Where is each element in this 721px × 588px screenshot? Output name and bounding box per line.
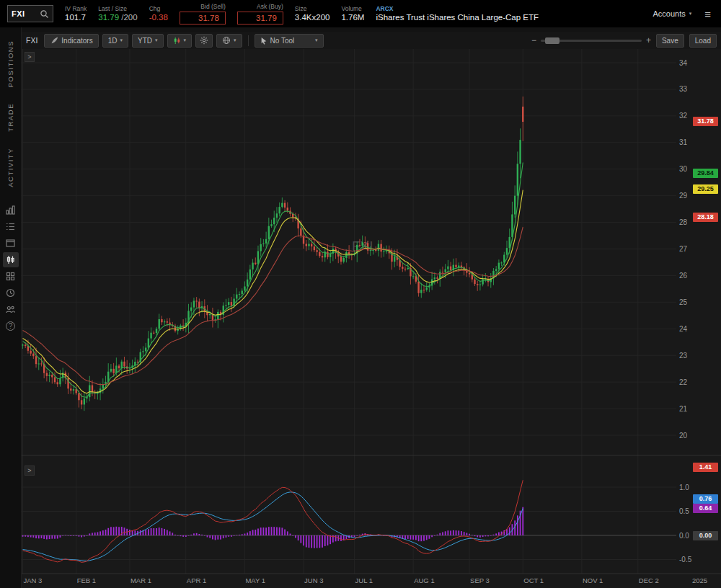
chart-settings-button[interactable] [195,34,213,48]
ask-field: Ask (Buy) 31.79 [237,3,283,24]
load-button[interactable]: Load [689,34,717,48]
chart-type-dropdown[interactable]: ▾ [167,34,193,48]
left-sidebar: POSITIONS TRADE ACTIVITY ? [0,27,22,588]
svg-text:JUN 3: JUN 3 [304,576,323,584]
sidebar-tab-trade[interactable]: TRADE [6,103,14,132]
iv-rank-label: IV Rank [65,5,87,13]
people-icon[interactable] [3,302,19,317]
bar-chart-icon[interactable] [3,202,19,218]
bid-button[interactable]: 31.78 [180,12,226,24]
svg-text:AUG 1: AUG 1 [414,576,435,584]
price-chart[interactable]: FXI2021222324252627282930313233341.00.50… [22,49,721,588]
cursor-icon [260,37,267,45]
indicators-button[interactable]: Indicators [44,34,98,48]
svg-text:2025: 2025 [692,576,707,584]
volume-field: Volume 1.76M [341,5,364,23]
svg-text:SEP 3: SEP 3 [470,576,490,584]
lower-panel-expander[interactable]: > [25,466,35,476]
zoom-slider[interactable]: − + [531,35,651,45]
price-axis-label: 22 [679,378,688,386]
chevron-down-icon: ▾ [689,11,692,17]
price-axis-label: 32 [679,112,688,120]
svg-text:0.5: 0.5 [679,507,689,515]
svg-text:MAY 1: MAY 1 [245,576,265,584]
svg-text:FEB 1: FEB 1 [77,576,96,584]
symbol-search-box[interactable]: FXI [7,5,53,22]
bid-field: Bid (Sell) 31.78 [180,3,226,24]
zoom-in-icon[interactable]: + [646,35,651,45]
iv-rank-value: 101.7 [65,12,87,22]
volume-value: 1.76M [341,12,364,22]
macd-value-tag: 1.41 [693,463,718,472]
macd-value-tag: 0.00 [693,531,718,540]
volume-label: Volume [341,5,364,13]
sidebar-tab-activity[interactable]: ACTIVITY [6,148,14,187]
last-price-tag: 31.78 [693,117,718,126]
menu-icon[interactable]: ≡ [704,8,711,20]
accounts-dropdown[interactable]: Accounts ▾ [653,9,691,18]
price-axis-label: 20 [679,432,688,440]
bid-label: Bid (Sell) [180,3,226,11]
clock-icon[interactable] [3,285,19,300]
last-size-label: Last / Size [98,5,137,13]
exchange-code: ARCX [376,5,539,13]
compare-dropdown[interactable]: ▾ [216,34,242,48]
zoom-slider-track[interactable] [541,40,642,42]
accounts-label: Accounts [653,9,685,18]
macd-value-tag: 0.64 [693,504,718,513]
price-axis-label: 24 [679,325,688,333]
svg-text:1.0: 1.0 [679,484,689,491]
chg-value: -0.38 [149,12,168,22]
price-axis-label: 25 [679,298,688,306]
watchlist-icon[interactable] [3,219,19,234]
chart-toolbar: FXI Indicators 1D ▾ YTD ▾ ▾ ▾ No Tool ▾ … [22,32,721,49]
tool-dropdown[interactable]: No Tool ▾ [255,34,324,48]
candle-chart-icon[interactable] [3,252,19,267]
feather-icon [50,36,58,45]
instrument-field: ARCX iShares Trust iShares China Large-C… [376,5,539,23]
sidebar-tab-positions[interactable]: POSITIONS [6,40,14,87]
ma-price-tag: 29.25 [693,184,718,194]
grid-icon[interactable] [3,269,19,284]
chevron-down-icon: ▾ [155,37,158,43]
help-icon[interactable]: ? [3,318,19,334]
timeframe-dropdown[interactable]: 1D ▾ [102,34,128,48]
macd-value-tag: 0.76 [693,494,718,504]
size-field: Size 3.4Kx200 [295,5,330,23]
svg-text:APR 1: APR 1 [187,576,206,584]
chevron-down-icon: ▾ [184,37,187,43]
price-axis-label: 23 [679,352,688,360]
window-icon[interactable] [3,236,19,251]
zoom-out-icon[interactable]: − [531,35,536,45]
price-axis-label: 34 [679,59,688,67]
price-axis-label: 31 [679,138,688,146]
price-axis-label: 33 [679,85,688,93]
size-label: Size [295,5,330,13]
save-button[interactable]: Save [656,34,684,48]
svg-text:JAN 3: JAN 3 [24,576,43,584]
last-size-field: Last / Size 31.79 /200 [98,5,137,23]
candle-type-icon [173,37,181,45]
main-panel-expander[interactable]: > [25,52,35,62]
top-quote-bar: FXI IV Rank 101.7 Last / Size 31.79 /200… [0,0,721,27]
last-trade-size: /200 [121,13,137,22]
gear-icon [200,36,208,45]
svg-text:DEC 2: DEC 2 [639,576,659,584]
chart-symbol-label: FXI [26,36,37,45]
timeframe-value: 1D [108,37,118,45]
ma-price-tag: 28.18 [693,213,718,222]
price-axis-label: 27 [679,245,688,253]
ask-button[interactable]: 31.79 [237,12,283,24]
symbol-text: FXI [12,9,25,18]
range-dropdown[interactable]: YTD ▾ [132,34,164,48]
zoom-slider-handle[interactable] [545,37,559,44]
instrument-name: iShares Trust iShares China Large-Cap ET… [376,12,539,22]
chg-label: Chg [149,5,168,13]
chg-field: Chg -0.38 [149,5,168,23]
price-axis-label: 26 [679,272,688,280]
price-axis-label: 30 [679,165,688,173]
size-value: 3.4Kx200 [295,12,330,22]
globe-icon [222,36,231,45]
range-value: YTD [138,37,152,45]
price-axis-label: 29 [679,192,688,200]
